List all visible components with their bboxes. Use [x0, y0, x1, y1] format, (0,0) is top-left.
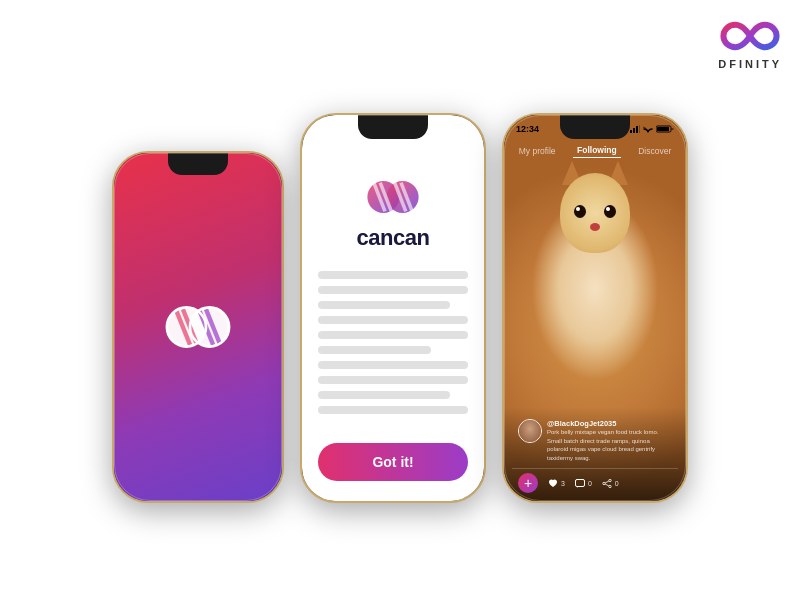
phone-onboarding: cancan Got it! — [300, 113, 486, 503]
comment-action[interactable]: 0 — [575, 479, 592, 488]
svg-point-20 — [647, 131, 649, 133]
share-count: 0 — [615, 480, 619, 487]
text-line — [318, 376, 468, 384]
status-icons — [630, 125, 674, 133]
svg-point-27 — [609, 485, 611, 487]
phone2-screen: cancan Got it! — [302, 115, 484, 501]
heart-icon — [548, 479, 558, 488]
phone3-notch — [560, 115, 630, 139]
fox-eye-left — [574, 205, 586, 218]
fox-nose — [590, 223, 600, 231]
svg-point-28 — [603, 482, 605, 484]
text-line — [318, 271, 468, 279]
username: @BlackDogJet2035 — [547, 419, 672, 428]
comment-count: 0 — [588, 480, 592, 487]
svg-rect-18 — [636, 126, 638, 133]
svg-point-26 — [609, 479, 611, 481]
text-line — [318, 391, 450, 399]
phone1-notch — [168, 153, 228, 175]
svg-rect-23 — [672, 128, 674, 130]
text-line — [318, 316, 468, 324]
text-line — [318, 406, 468, 414]
svg-rect-17 — [633, 128, 635, 133]
dfinity-infinity-icon — [720, 18, 780, 54]
phone2-notch — [358, 115, 428, 139]
got-it-label: Got it! — [372, 454, 413, 470]
user-description: Pork belly mixtape vegan food truck lomo… — [547, 428, 672, 462]
user-avatar — [518, 419, 542, 443]
cancan-splash-icon — [158, 300, 238, 354]
add-button[interactable]: + — [518, 473, 538, 493]
avatar-image — [519, 420, 541, 442]
svg-line-29 — [605, 481, 609, 483]
tab-my-profile[interactable]: My profile — [515, 144, 560, 158]
battery-icon — [656, 125, 674, 133]
action-bar: + 3 0 — [512, 468, 678, 501]
text-line — [318, 346, 431, 354]
cancan-app-name: cancan — [357, 225, 430, 251]
svg-rect-19 — [639, 125, 640, 133]
svg-line-25 — [577, 486, 579, 487]
text-line — [318, 331, 468, 339]
wifi-icon — [643, 125, 653, 133]
cancan-onboarding-icon — [361, 175, 425, 219]
phone3-screen: 12:34 — [504, 115, 686, 501]
fox-eye-right — [604, 205, 616, 218]
onboarding-text-lines — [318, 271, 468, 414]
text-line — [318, 361, 468, 369]
phone1-screen — [114, 153, 282, 501]
phone-splash — [112, 151, 284, 503]
text-line — [318, 301, 450, 309]
share-action[interactable]: 0 — [602, 479, 619, 488]
dfinity-logo: DFINITY — [718, 18, 782, 70]
fox-face — [560, 173, 630, 253]
phone-feed: 12:34 — [502, 113, 688, 503]
tab-discover[interactable]: Discover — [634, 144, 675, 158]
feed-tabs: My profile Following Discover — [504, 139, 686, 162]
svg-rect-24 — [575, 479, 584, 486]
svg-rect-16 — [630, 130, 632, 133]
dfinity-name: DFINITY — [718, 58, 782, 70]
user-info: @BlackDogJet2035 Pork belly mixtape vega… — [512, 415, 678, 468]
like-count: 3 — [561, 480, 565, 487]
like-action[interactable]: 3 — [548, 479, 565, 488]
got-it-button[interactable]: Got it! — [318, 443, 468, 481]
share-icon — [602, 479, 612, 488]
cancan-logo: cancan — [357, 175, 430, 251]
fox-head — [560, 173, 630, 253]
signal-icon — [630, 125, 640, 133]
tab-following[interactable]: Following — [573, 143, 621, 158]
text-line — [318, 286, 468, 294]
phones-container: cancan Got it! — [92, 83, 708, 533]
svg-rect-22 — [657, 127, 669, 131]
svg-line-30 — [605, 484, 609, 486]
feed-overlay: @BlackDogJet2035 Pork belly mixtape vega… — [504, 407, 686, 501]
status-time: 12:34 — [516, 124, 539, 134]
user-text: @BlackDogJet2035 Pork belly mixtape vega… — [547, 419, 672, 462]
comment-icon — [575, 479, 585, 488]
